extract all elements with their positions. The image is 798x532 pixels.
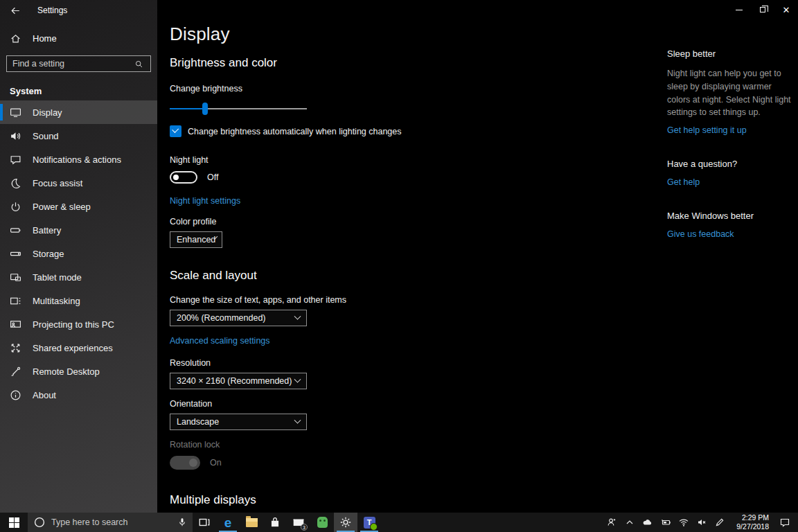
sidebar-item-remote-desktop[interactable]: Remote Desktop: [0, 360, 157, 383]
taskbar-search-input[interactable]: [51, 517, 172, 527]
sidebar-item-about[interactable]: About: [0, 383, 157, 407]
find-setting-input[interactable]: [7, 59, 133, 69]
get-help-link[interactable]: Get help: [667, 177, 700, 187]
question-heading: Have a question?: [667, 159, 793, 169]
sleep-better-heading: Sleep better: [667, 48, 793, 59]
night-light-settings-link[interactable]: Night light settings: [170, 196, 240, 206]
remote-desktop-icon: [10, 366, 21, 378]
taskbar-file-explorer-button[interactable]: [240, 513, 263, 532]
chevron-up-icon: [624, 517, 635, 528]
sidebar-item-power-sleep[interactable]: Power & sleep: [0, 195, 157, 218]
night-light-toggle-row: Off: [170, 171, 662, 184]
size-value: 200% (Recommended): [177, 313, 266, 323]
minimize-button[interactable]: [727, 0, 751, 19]
pen-icon: [714, 517, 725, 528]
chevron-down-icon: [294, 416, 301, 423]
main-content: Display Brightness and color Change brig…: [170, 24, 662, 532]
brightness-slider-label: Change brightness: [170, 84, 662, 94]
page-title: Display: [170, 24, 662, 45]
sidebar-item-multitasking[interactable]: Multitasking: [0, 289, 157, 312]
sidebar-item-display[interactable]: Display: [0, 100, 157, 124]
auto-brightness-row[interactable]: Change brightness automatically when lig…: [170, 125, 662, 137]
taskbar-settings-button[interactable]: [334, 513, 357, 532]
tray-ink-button[interactable]: [711, 513, 729, 532]
tray-onedrive-button[interactable]: [639, 513, 657, 532]
taskbar-clock[interactable]: 2:29 PM 9/27/2018: [729, 513, 772, 532]
auto-brightness-checkbox[interactable]: [170, 125, 181, 137]
sidebar-item-label: Focus assist: [33, 178, 82, 188]
start-button[interactable]: [0, 513, 28, 532]
tray-people-button[interactable]: [603, 513, 621, 532]
sidebar-nav: Display Sound Notifications & actions Fo…: [0, 100, 157, 407]
sidebar-item-sound[interactable]: Sound: [0, 124, 157, 148]
size-select[interactable]: 200% (Recommended): [170, 310, 307, 326]
multiple-displays-heading: Multiple displays: [170, 493, 662, 507]
sidebar-item-shared-experiences[interactable]: Shared experiences: [0, 336, 157, 360]
sidebar-item-label: Power & sleep: [33, 202, 91, 212]
sidebar-item-focus-assist[interactable]: Focus assist: [0, 171, 157, 195]
mail-badge: 3: [301, 524, 308, 531]
sidebar-item-projecting[interactable]: Projecting to this PC: [0, 312, 157, 336]
taskbar-spacer: [381, 513, 603, 532]
help-column: Sleep better Night light can help you ge…: [667, 48, 793, 263]
tray-network-button[interactable]: [675, 513, 693, 532]
action-center-button[interactable]: [772, 513, 798, 532]
night-light-toggle[interactable]: [170, 171, 197, 184]
sound-icon: [10, 130, 21, 142]
sidebar-section-label: System: [0, 72, 157, 100]
advanced-scaling-link[interactable]: Advanced scaling settings: [170, 336, 270, 346]
sidebar-item-notifications[interactable]: Notifications & actions: [0, 148, 157, 171]
teams-icon: T: [364, 517, 375, 529]
sidebar-item-battery[interactable]: Battery: [0, 218, 157, 242]
brightness-heading: Brightness and color: [170, 56, 662, 70]
taskbar-teams-button[interactable]: T: [357, 513, 381, 532]
battery-status-icon: [660, 517, 671, 528]
orientation-label: Orientation: [170, 399, 662, 409]
close-icon: ✕: [783, 5, 790, 15]
close-button[interactable]: ✕: [774, 0, 798, 19]
cortana-icon: [33, 516, 46, 529]
auto-brightness-label: Change brightness automatically when lig…: [188, 127, 402, 136]
sidebar-item-home[interactable]: Home: [0, 26, 157, 50]
sidebar-search: [6, 55, 151, 72]
sidebar-item-label: Multitasking: [33, 296, 80, 306]
restore-button[interactable]: [751, 0, 774, 19]
wifi-icon: [678, 517, 689, 528]
tray-show-hidden-button[interactable]: [621, 513, 639, 532]
feedback-heading: Make Windows better: [667, 211, 793, 221]
back-button[interactable]: [10, 5, 21, 16]
tray-battery-button[interactable]: [657, 513, 675, 532]
sleep-better-link[interactable]: Get help setting it up: [667, 125, 747, 135]
display-icon: [10, 107, 21, 118]
sidebar-item-storage[interactable]: Storage: [0, 242, 157, 265]
task-view-button[interactable]: [193, 513, 216, 532]
taskbar-mail-button[interactable]: 3: [287, 513, 310, 532]
brightness-slider[interactable]: [170, 102, 307, 116]
taskbar-green-app-button[interactable]: [310, 513, 334, 532]
tablet-mode-icon: [10, 272, 21, 283]
feedback-link[interactable]: Give us feedback: [667, 229, 734, 239]
rotation-lock-row: On: [170, 456, 662, 470]
resolution-select[interactable]: 3240 × 2160 (Recommended): [170, 373, 307, 389]
sidebar-item-tablet-mode[interactable]: Tablet mode: [0, 265, 157, 289]
slider-fill: [170, 108, 205, 109]
slider-thumb[interactable]: [202, 103, 208, 115]
taskbar-store-button[interactable]: [263, 513, 287, 532]
tray-volume-button[interactable]: [693, 513, 711, 532]
screen: Settings Home System Display: [0, 0, 798, 532]
volume-muted-icon: [696, 517, 707, 528]
color-profile-select[interactable]: Enhanced: [170, 231, 222, 248]
night-light-state: Off: [207, 172, 218, 182]
sidebar: Settings Home System Display: [0, 0, 157, 513]
taskbar-search[interactable]: [28, 513, 193, 532]
orientation-select[interactable]: Landscape: [170, 414, 307, 430]
taskbar-edge-button[interactable]: e: [216, 513, 240, 532]
microphone-icon[interactable]: [177, 517, 187, 527]
sidebar-item-label: Projecting to this PC: [33, 319, 114, 330]
sidebar-item-label: Notifications & actions: [33, 154, 121, 165]
settings-gear-icon: [339, 516, 352, 529]
green-app-icon: [317, 517, 328, 528]
sleep-better-body: Night light can help you get to sleep by…: [667, 67, 793, 119]
onedrive-cloud-icon: [642, 517, 653, 528]
sidebar-item-label: Storage: [33, 249, 64, 259]
